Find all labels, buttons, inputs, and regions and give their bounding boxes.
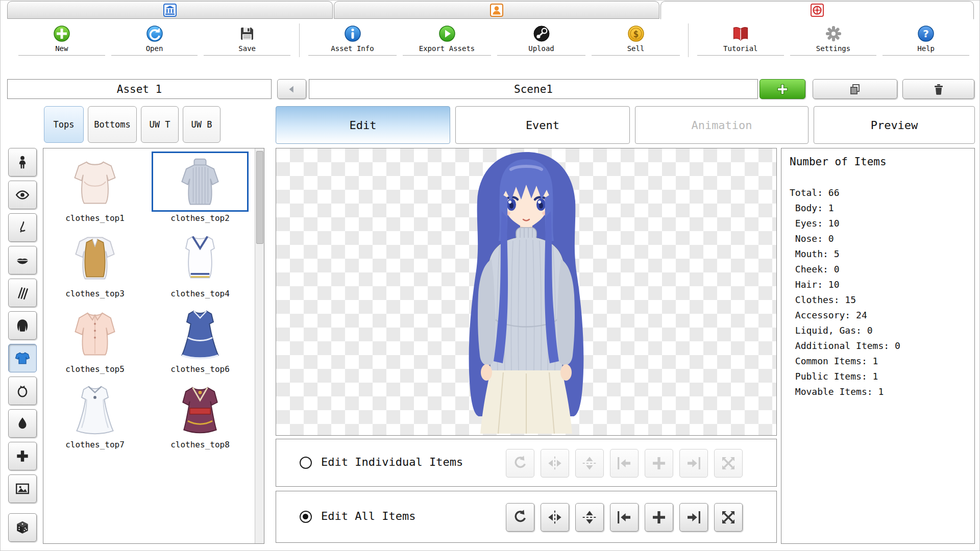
upload-button[interactable]: Upload bbox=[497, 23, 585, 56]
edit-all-radio[interactable] bbox=[300, 511, 312, 523]
list-item-clothes-top3[interactable]: clothes_top3 bbox=[46, 227, 143, 298]
stat-movable-items: Movable Items: 1 bbox=[790, 384, 900, 399]
tool-image-button[interactable] bbox=[8, 474, 37, 503]
duplicate-scene-button[interactable] bbox=[813, 79, 897, 99]
list-item-clothes-top6[interactable]: clothes_top6 bbox=[152, 303, 249, 374]
center-button[interactable] bbox=[645, 503, 673, 532]
stat-common-items: Common Items: 1 bbox=[790, 354, 900, 369]
tool-add-item-button[interactable] bbox=[8, 442, 37, 470]
clothes-top5-thumbnail bbox=[46, 303, 143, 363]
help-button-label: Help bbox=[917, 44, 935, 53]
list-item-clothes-top8[interactable]: clothes_top8 bbox=[152, 378, 249, 449]
item-label: clothes_top8 bbox=[152, 440, 249, 449]
tool-hair-strands-button[interactable] bbox=[8, 279, 37, 307]
add-scene-button[interactable] bbox=[760, 79, 805, 99]
mouth-icon bbox=[15, 253, 30, 268]
item-label: clothes_top7 bbox=[46, 440, 143, 449]
help-button[interactable]: ? Help bbox=[883, 23, 969, 56]
category-tab-uw-t-label: UW T bbox=[150, 119, 170, 130]
category-tab-tops[interactable]: Tops bbox=[44, 106, 84, 143]
center-icon bbox=[651, 455, 667, 471]
tab-animation: Animation bbox=[635, 106, 808, 144]
edit-all-label: Edit All Items bbox=[321, 510, 415, 522]
window-tab-character[interactable] bbox=[334, 1, 659, 19]
stat-accessory: Accessory: 24 bbox=[790, 308, 900, 323]
clothes-top3-thumbnail bbox=[46, 227, 143, 287]
character-sprite[interactable] bbox=[429, 150, 623, 434]
asset-info-button[interactable]: Asset Info bbox=[308, 23, 397, 56]
settings-button[interactable]: Settings bbox=[790, 23, 877, 56]
edit-canvas[interactable] bbox=[276, 148, 777, 436]
scale-icon bbox=[720, 455, 737, 471]
tool-liquid-button[interactable] bbox=[8, 409, 37, 438]
tab-event[interactable]: Event bbox=[455, 106, 630, 144]
window-tab-bank[interactable] bbox=[7, 1, 333, 19]
category-tab-bottoms[interactable]: Bottoms bbox=[88, 106, 137, 143]
item-grid-scrollbar[interactable] bbox=[255, 148, 264, 543]
list-item-clothes-top1[interactable]: clothes_top1 bbox=[46, 152, 143, 223]
scene-name-field[interactable]: Scene1 bbox=[309, 79, 758, 99]
tab-edit[interactable]: Edit bbox=[276, 106, 450, 144]
undo-icon bbox=[512, 455, 528, 471]
align-right-button[interactable] bbox=[679, 503, 708, 532]
delete-scene-button[interactable] bbox=[902, 79, 974, 99]
new-button[interactable]: New bbox=[18, 23, 105, 56]
flip-horizontal-button[interactable] bbox=[541, 503, 569, 532]
align-left-button-disabled bbox=[610, 449, 639, 478]
sell-button-label: Sell bbox=[627, 44, 645, 53]
flip-vertical-button[interactable] bbox=[575, 503, 604, 532]
ornate-dress-thumb-icon bbox=[173, 383, 227, 437]
scene-name-text: Scene1 bbox=[514, 83, 553, 95]
window-tab-active[interactable] bbox=[660, 1, 974, 19]
new-button-label: New bbox=[55, 44, 68, 53]
align-left-button[interactable] bbox=[610, 503, 639, 532]
export-assets-button[interactable]: Export Assets bbox=[403, 23, 491, 56]
tool-clothes-button[interactable] bbox=[8, 344, 37, 372]
scene-prev-button[interactable] bbox=[277, 79, 306, 99]
item-grid-panel: clothes_top1 clothes_top2 clothes_top3 c… bbox=[43, 148, 264, 544]
asset-name-text: Asset 1 bbox=[117, 83, 162, 95]
sell-button[interactable]: $ Sell bbox=[592, 23, 680, 56]
align-left-icon bbox=[616, 509, 632, 525]
tool-accessory-button[interactable] bbox=[8, 377, 37, 405]
asset-name-field[interactable]: Asset 1 bbox=[7, 79, 272, 99]
clothes-top6-thumbnail bbox=[152, 303, 249, 363]
tool-hair-button[interactable] bbox=[8, 311, 37, 340]
left-arrow-icon bbox=[286, 84, 298, 95]
asset-info-button-label: Asset Info bbox=[331, 44, 374, 53]
upload-button-label: Upload bbox=[528, 44, 554, 53]
list-item-clothes-top4[interactable]: clothes_top4 bbox=[152, 227, 249, 298]
flip-horizontal-button-disabled bbox=[541, 449, 569, 478]
tool-body-button[interactable] bbox=[8, 148, 37, 177]
undo-button[interactable] bbox=[506, 503, 534, 532]
list-item-clothes-top2[interactable]: clothes_top2 bbox=[152, 152, 249, 223]
category-tab-uw-t[interactable]: UW T bbox=[141, 106, 179, 143]
tool-mouth-button[interactable] bbox=[8, 246, 37, 274]
info-circle-icon bbox=[344, 24, 362, 43]
scrollbar-thumb[interactable] bbox=[256, 151, 263, 244]
edit-individual-radio[interactable] bbox=[300, 457, 312, 469]
tutorial-button-label: Tutorial bbox=[723, 44, 757, 53]
tool-nose-button[interactable] bbox=[8, 213, 37, 242]
white-dress-thumb-icon bbox=[68, 383, 122, 437]
toolbar-group-help: Tutorial Settings ? Help bbox=[694, 23, 972, 56]
toolbar-divider bbox=[688, 23, 689, 57]
stat-hair: Hair: 10 bbox=[790, 277, 900, 292]
category-tab-uw-b[interactable]: UW B bbox=[183, 106, 220, 143]
list-item-clothes-top7[interactable]: clothes_top7 bbox=[46, 378, 143, 449]
list-item-clothes-top5[interactable]: clothes_top5 bbox=[46, 303, 143, 374]
clothes-top1-thumbnail bbox=[46, 152, 143, 212]
save-button[interactable]: Save bbox=[204, 23, 290, 56]
open-button[interactable]: Open bbox=[111, 23, 198, 56]
tutorial-button[interactable]: Tutorial bbox=[697, 23, 784, 56]
dice-icon bbox=[15, 520, 30, 535]
scale-button[interactable] bbox=[714, 503, 743, 532]
category-tab-uw-b-label: UW B bbox=[191, 119, 212, 130]
tab-preview[interactable]: Preview bbox=[814, 106, 975, 144]
tool-random-button[interactable] bbox=[8, 513, 37, 542]
dollar-coin-icon: $ bbox=[627, 24, 645, 43]
blouse-thumb-icon bbox=[68, 307, 122, 361]
copy-icon bbox=[849, 83, 861, 95]
edit-all-row: Edit All Items bbox=[276, 491, 777, 543]
tool-eye-button[interactable] bbox=[8, 181, 37, 209]
